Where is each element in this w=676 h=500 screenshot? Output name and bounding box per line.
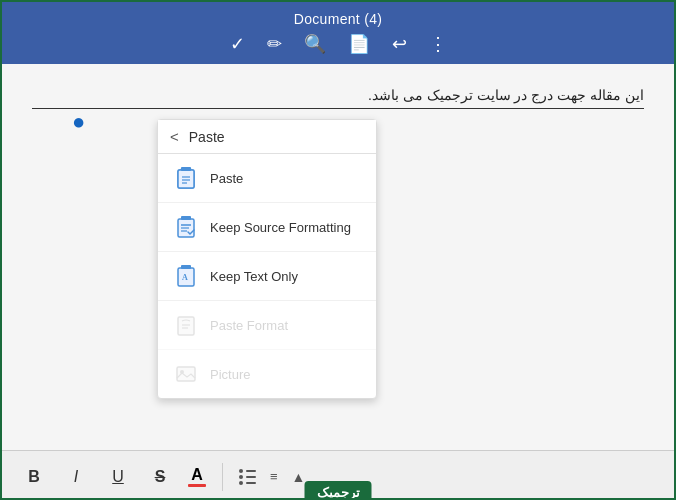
color-bar <box>188 484 206 487</box>
bold-button[interactable]: B <box>20 464 48 490</box>
undo-icon[interactable]: ↩ <box>392 33 407 55</box>
bottom-toolbar: B I U S A ≡ ▲ ترجمیک <box>2 450 674 500</box>
keep-text-item[interactable]: A Keep Text Only <box>158 252 376 301</box>
toolbar-divider <box>222 463 223 491</box>
list-dot <box>239 469 243 473</box>
paste-item[interactable]: Paste <box>158 154 376 203</box>
paste-format-icon <box>172 311 200 339</box>
keep-source-icon <box>172 213 200 241</box>
svg-rect-8 <box>181 216 191 220</box>
caret-area: ● <box>32 111 85 133</box>
expand-toolbar-button[interactable]: ▲ <box>292 469 306 485</box>
list-line-2 <box>239 475 256 479</box>
document-icon[interactable]: 📄 <box>348 33 370 55</box>
strikethrough-button[interactable]: S <box>146 464 174 490</box>
picture-icon <box>172 360 200 388</box>
list-bar <box>246 470 256 472</box>
svg-text:A: A <box>182 273 188 282</box>
strikethrough-label: S <box>155 468 166 485</box>
keep-source-item[interactable]: Keep Source Formatting <box>158 203 376 252</box>
paste-menu-title: Paste <box>189 129 225 145</box>
keep-text-label: Keep Text Only <box>210 269 298 284</box>
underline-button[interactable]: U <box>104 464 132 490</box>
color-a-letter: A <box>191 467 203 483</box>
svg-rect-2 <box>178 170 194 188</box>
paste-format-item: Paste Format <box>158 301 376 350</box>
top-bar: Document (4) ✓ ✏ 🔍 📄 ↩ ⋮ <box>2 2 674 64</box>
keep-text-icon: A <box>172 262 200 290</box>
paste-item-icon <box>172 164 200 192</box>
list-dot <box>239 475 243 479</box>
paste-menu-header: < Paste <box>158 120 376 154</box>
numbered-list-button[interactable]: ≡ <box>270 469 278 484</box>
picture-label: Picture <box>210 367 250 382</box>
italic-button[interactable]: I <box>62 464 90 490</box>
search-icon[interactable]: 🔍 <box>304 33 326 55</box>
check-icon[interactable]: ✓ <box>230 33 245 55</box>
underline-label: U <box>112 468 124 485</box>
document-title: Document (4) <box>294 11 382 27</box>
keep-source-label: Keep Source Formatting <box>210 220 351 235</box>
paste-item-label: Paste <box>210 171 243 186</box>
paste-menu-back-button[interactable]: < <box>170 128 179 145</box>
list-bar <box>246 476 256 478</box>
list-line-1 <box>239 469 256 473</box>
top-bar-actions: ✓ ✏ 🔍 📄 ↩ ⋮ <box>230 33 447 55</box>
svg-rect-3 <box>181 167 191 171</box>
document-text: این مقاله جهت درج در سایت ترجمیک می باشد… <box>32 84 644 109</box>
paste-menu: < Paste Paste <box>157 119 377 399</box>
terjomik-badge: ترجمیک <box>305 481 372 500</box>
svg-rect-13 <box>181 265 191 269</box>
text-color-button[interactable]: A <box>188 467 206 487</box>
list-bar <box>246 482 256 484</box>
svg-rect-18 <box>177 367 195 381</box>
more-icon[interactable]: ⋮ <box>429 33 447 55</box>
list-dot <box>239 481 243 485</box>
cursor-handle[interactable]: ● <box>72 111 85 133</box>
paste-format-label: Paste Format <box>210 318 288 333</box>
main-area: این مقاله جهت درج در سایت ترجمیک می باشد… <box>2 64 674 450</box>
bullet-list-button[interactable] <box>239 469 256 485</box>
picture-item: Picture <box>158 350 376 398</box>
pen-icon[interactable]: ✏ <box>267 33 282 55</box>
list-line-3 <box>239 481 256 485</box>
